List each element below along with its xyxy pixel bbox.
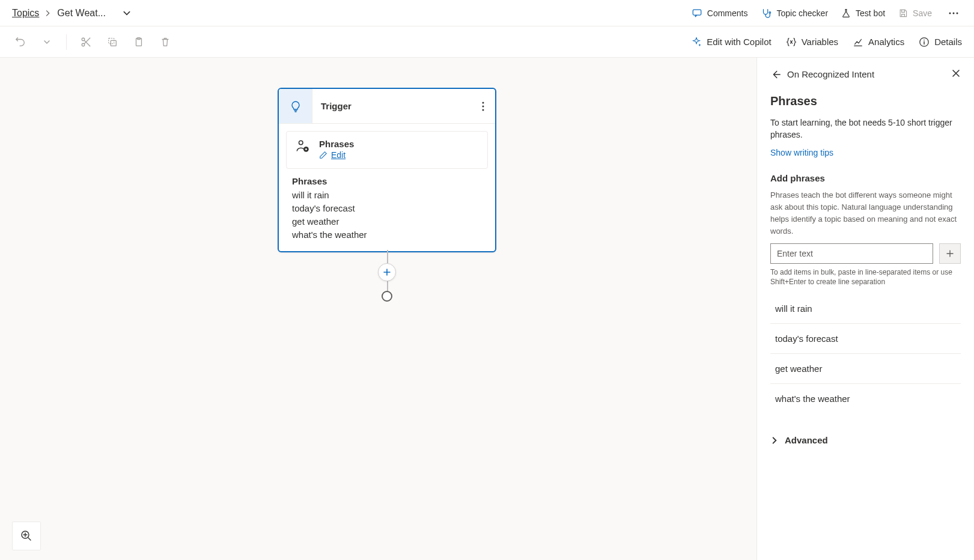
svg-point-13: [482, 105, 484, 107]
node-phrase: will it rain: [292, 189, 482, 202]
zoom-in-icon: [20, 530, 32, 542]
bulk-hint: To add items in bulk, paste in line-sepa…: [770, 267, 961, 287]
topic-checker-button[interactable]: Topic checker: [761, 8, 828, 19]
details-label: Details: [934, 37, 962, 47]
node-title: Trigger: [312, 101, 471, 111]
save-icon: [898, 8, 908, 18]
undo-button[interactable]: [12, 34, 29, 50]
add-phrase-button[interactable]: [939, 243, 961, 264]
chart-icon: [853, 37, 863, 47]
svg-rect-0: [693, 10, 701, 15]
node-phrase: get weather: [292, 215, 482, 228]
variables-button[interactable]: Variables: [786, 37, 838, 47]
node-phrase: what's the weather: [292, 228, 482, 242]
panel-header-title: On Recognized Intent: [787, 69, 874, 79]
panel-body: Phrases To start learning, the bot needs…: [757, 85, 974, 425]
edit-with-copilot-label: Edit with Copilot: [707, 37, 772, 47]
breadcrumb-current: Get Weat...: [57, 8, 106, 19]
node-phrases-title: Phrases: [292, 176, 482, 186]
person-chat-icon: [295, 139, 311, 156]
phrase-item[interactable]: today's forecast: [770, 324, 961, 354]
zoom-button[interactable]: [12, 522, 41, 550]
copy-button[interactable]: [104, 34, 121, 50]
undo-icon: [15, 37, 26, 47]
svg-point-15: [299, 141, 303, 145]
end-node[interactable]: [382, 291, 392, 302]
header-actions: Comments Topic checker Test bot Save: [692, 5, 962, 22]
save-label: Save: [913, 8, 932, 18]
properties-panel: On Recognized Intent Phrases To start le…: [756, 58, 974, 560]
phrase-item[interactable]: what's the weather: [770, 384, 961, 413]
svg-rect-8: [111, 40, 116, 46]
test-bot-label: Test bot: [856, 8, 885, 18]
breadcrumb: Topics Get Weat...: [12, 8, 131, 19]
topic-checker-label: Topic checker: [776, 8, 828, 18]
variables-label: Variables: [802, 37, 838, 47]
panel-header: On Recognized Intent: [757, 58, 974, 85]
analytics-button[interactable]: Analytics: [853, 37, 904, 47]
node-header: Trigger: [279, 89, 495, 124]
add-node-button[interactable]: [378, 263, 396, 281]
phrase-item[interactable]: get weather: [770, 354, 961, 384]
authoring-canvas[interactable]: Trigger Phrases Edit: [0, 58, 756, 560]
comment-icon: [692, 8, 702, 19]
edit-phrases-link[interactable]: Edit: [319, 150, 345, 160]
trigger-node[interactable]: Trigger Phrases Edit: [278, 88, 496, 252]
breadcrumb-dropdown[interactable]: [123, 9, 131, 17]
toolbar-separator: [66, 34, 67, 50]
ellipsis-icon: [949, 12, 958, 14]
comments-button[interactable]: Comments: [692, 8, 748, 19]
node-phrases-list: Phrases will it rain today's forecast ge…: [279, 176, 495, 251]
breadcrumb-root[interactable]: Topics: [12, 8, 39, 19]
svg-rect-7: [109, 38, 114, 43]
header-bar: Topics Get Weat... Comments Topic checke…: [0, 0, 974, 26]
phrase-item[interactable]: will it rain: [770, 294, 961, 324]
info-icon: [919, 37, 930, 47]
panel-heading: Phrases: [770, 94, 961, 108]
svg-point-12: [482, 102, 484, 103]
trigger-icon: [279, 89, 312, 123]
scissors-icon: [81, 37, 91, 47]
comments-label: Comments: [707, 8, 748, 18]
braces-icon: [786, 37, 797, 47]
clipboard-icon: [133, 37, 144, 47]
chevron-right-icon: [45, 8, 51, 19]
phrases-card[interactable]: Phrases Edit: [286, 131, 488, 169]
toolbar-left: [12, 34, 174, 50]
add-phrases-description: Phrases teach the bot different ways som…: [770, 189, 961, 237]
edit-with-copilot-button[interactable]: Edit with Copilot: [691, 37, 772, 47]
delete-button[interactable]: [157, 34, 174, 50]
panel-close-button[interactable]: [951, 68, 961, 80]
svg-point-6: [82, 38, 85, 41]
paste-button[interactable]: [130, 34, 147, 50]
editor-toolbar: Edit with Copilot Variables Analytics De…: [0, 26, 974, 58]
chevron-down-icon: [43, 38, 50, 46]
panel-back-button[interactable]: [770, 69, 781, 80]
details-button[interactable]: Details: [919, 37, 962, 47]
undo-dropdown[interactable]: [38, 34, 55, 50]
advanced-section[interactable]: Advanced: [757, 425, 974, 455]
phrases-card-title: Phrases: [319, 139, 354, 149]
svg-point-14: [482, 109, 484, 111]
save-button: Save: [898, 8, 932, 18]
close-icon: [951, 68, 961, 78]
add-phrases-title: Add phrases: [770, 173, 961, 183]
writing-tips-link[interactable]: Show writing tips: [770, 148, 833, 157]
edit-label: Edit: [331, 150, 345, 160]
svg-point-5: [82, 43, 85, 46]
trash-icon: [160, 37, 171, 47]
plus-icon: [946, 249, 954, 258]
analytics-label: Analytics: [868, 37, 904, 47]
advanced-label: Advanced: [785, 435, 828, 445]
copy-icon: [107, 37, 118, 47]
svg-point-4: [957, 12, 958, 14]
node-menu-button[interactable]: [471, 102, 495, 111]
more-button[interactable]: [945, 5, 962, 22]
svg-point-3: [953, 12, 955, 14]
add-phrase-input[interactable]: [770, 243, 933, 264]
sparkle-icon: [691, 37, 702, 47]
vertical-ellipsis-icon: [482, 102, 484, 111]
test-bot-button[interactable]: Test bot: [841, 8, 885, 18]
toolbar-right: Edit with Copilot Variables Analytics De…: [691, 37, 962, 47]
cut-button[interactable]: [78, 34, 94, 50]
